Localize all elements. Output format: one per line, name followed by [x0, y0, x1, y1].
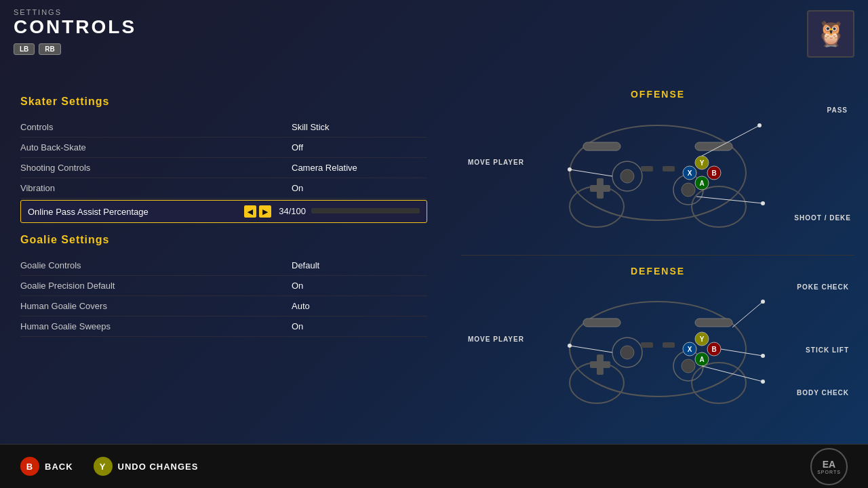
svg-line-48 [732, 302, 763, 327]
arrow-right[interactable]: ▶ [259, 205, 271, 218]
svg-rect-35 [590, 361, 610, 368]
offense-pass-label: PASS [827, 106, 848, 114]
svg-line-54 [702, 366, 763, 382]
svg-text:A: A [699, 180, 704, 187]
svg-line-23 [570, 169, 612, 176]
page-title: CONTROLS [14, 16, 854, 38]
svg-text:Y: Y [700, 336, 705, 343]
svg-text:X: X [688, 169, 692, 177]
defense-controller-svg: Y X B A [529, 281, 787, 407]
left-panel: Skater Settings Controls Skill Stick Aut… [0, 82, 448, 428]
svg-line-52 [721, 349, 763, 356]
offense-controller-svg: Y X B A [529, 105, 787, 230]
svg-point-55 [761, 380, 765, 384]
svg-rect-17 [583, 142, 620, 150]
setting-row-shooting: Shooting Controls Camera Relative [20, 158, 427, 178]
ea-text: EA [823, 459, 835, 470]
defense-stick-lift-label: STICK LIFT [806, 346, 849, 354]
ea-sports-logo: EA SPORTS [810, 448, 848, 485]
progress-bar-track [311, 208, 420, 214]
setting-row-goalie-controls: Goalie Controls Default [20, 256, 427, 276]
main-content: Skater Settings Controls Skill Stick Aut… [0, 82, 868, 428]
setting-value-vibration: On [292, 183, 427, 193]
setting-row-auto-back-skate: Auto Back-Skate Off [20, 138, 427, 158]
setting-label-goalie-precision: Goalie Precision Default [20, 281, 292, 291]
svg-point-31 [620, 346, 634, 359]
setting-row-vibration: Vibration On [20, 178, 427, 199]
lb-button[interactable]: LB [14, 43, 35, 55]
defense-body-check-label: BODY CHECK [797, 389, 849, 396]
avatar-icon: 🦉 [816, 20, 846, 48]
sports-text: SPORTS [817, 470, 841, 474]
setting-label-pass-assist: Online Pass Assist Percentage [28, 207, 244, 217]
setting-label-goalie-covers: Human Goalie Covers [20, 301, 292, 311]
setting-value-goalie-controls: Default [292, 260, 427, 270]
diagram-divider [461, 255, 854, 256]
setting-label-goalie-controls: Goalie Controls [20, 260, 292, 270]
back-label: BACK [45, 462, 73, 472]
skater-settings-title: Skater Settings [20, 96, 427, 108]
footer: B BACK Y UNDO CHANGES EA SPORTS [0, 444, 868, 488]
arrow-left[interactable]: ◀ [244, 205, 256, 218]
undo-label: UNDO CHANGES [118, 462, 199, 472]
svg-rect-47 [663, 342, 675, 348]
svg-rect-45 [695, 319, 732, 327]
setting-label-shooting: Shooting Controls [20, 163, 292, 173]
svg-rect-8 [590, 185, 610, 192]
svg-text:B: B [711, 346, 716, 353]
goalie-settings-title: Goalie Settings [20, 234, 427, 246]
setting-label-controls: Controls [20, 122, 292, 132]
svg-text:B: B [711, 169, 716, 177]
back-button[interactable]: B BACK [20, 457, 73, 476]
setting-label-goalie-sweeps: Human Goalie Sweeps [20, 321, 292, 331]
rb-button[interactable]: RB [39, 43, 60, 55]
right-panel: OFFENSE [448, 82, 868, 428]
arrow-controls: ◀ ▶ [244, 205, 271, 218]
svg-point-49 [761, 300, 765, 304]
svg-text:A: A [699, 356, 704, 363]
setting-row-pass-assist[interactable]: Online Pass Assist Percentage ◀ ▶ 34/100 [20, 200, 427, 223]
svg-rect-19 [641, 166, 653, 171]
setting-value-goalie-covers: Auto [292, 301, 427, 311]
defense-move-player-label: MOVE PLAYER [468, 336, 524, 343]
undo-button[interactable]: Y UNDO CHANGES [94, 457, 199, 476]
y-button-icon: Y [94, 457, 113, 476]
offense-shoot-deke-label: SHOOT / DEKE [794, 214, 851, 222]
svg-point-22 [757, 123, 762, 127]
svg-text:Y: Y [700, 159, 705, 167]
svg-point-53 [761, 354, 765, 358]
svg-line-50 [570, 346, 612, 352]
svg-rect-44 [583, 319, 620, 327]
svg-point-26 [761, 201, 765, 205]
setting-row-goalie-precision: Goalie Precision Default On [20, 276, 427, 296]
setting-label-auto-back-skate: Auto Back-Skate [20, 142, 292, 152]
pass-assist-value: 34/100 [279, 206, 306, 216]
svg-point-4 [620, 169, 634, 183]
offense-diagram: OFFENSE [461, 89, 854, 245]
setting-value-shooting: Camera Relative [292, 163, 427, 173]
setting-label-vibration: Vibration [20, 183, 292, 193]
b-button-icon: B [20, 457, 39, 476]
setting-row-goalie-sweeps: Human Goalie Sweeps On [20, 317, 427, 337]
setting-value-goalie-sweeps: On [292, 321, 427, 331]
setting-row-controls: Controls Skill Stick [20, 117, 427, 138]
avatar: 🦉 [807, 10, 854, 58]
defense-controller: Y X B A [461, 280, 854, 409]
defense-poke-check-label: POKE CHECK [797, 283, 849, 291]
svg-point-33 [682, 359, 695, 373]
setting-value-auto-back-skate: Off [292, 142, 427, 152]
settings-label: SETTINGS [14, 8, 854, 16]
setting-value-pass-assist: ◀ ▶ 34/100 [244, 205, 420, 218]
offense-controller: Y X B A [461, 103, 854, 232]
offense-title: OFFENSE [461, 89, 854, 100]
svg-line-25 [696, 197, 763, 203]
svg-rect-20 [663, 166, 675, 171]
svg-rect-46 [641, 342, 653, 348]
svg-line-21 [702, 125, 760, 156]
progress-bar-container: 34/100 [279, 206, 420, 216]
svg-text:X: X [688, 346, 692, 353]
svg-point-24 [568, 167, 572, 171]
defense-diagram: DEFENSE [461, 266, 854, 422]
bumpers-container: LB RB [14, 43, 854, 55]
defense-title: DEFENSE [461, 266, 854, 277]
